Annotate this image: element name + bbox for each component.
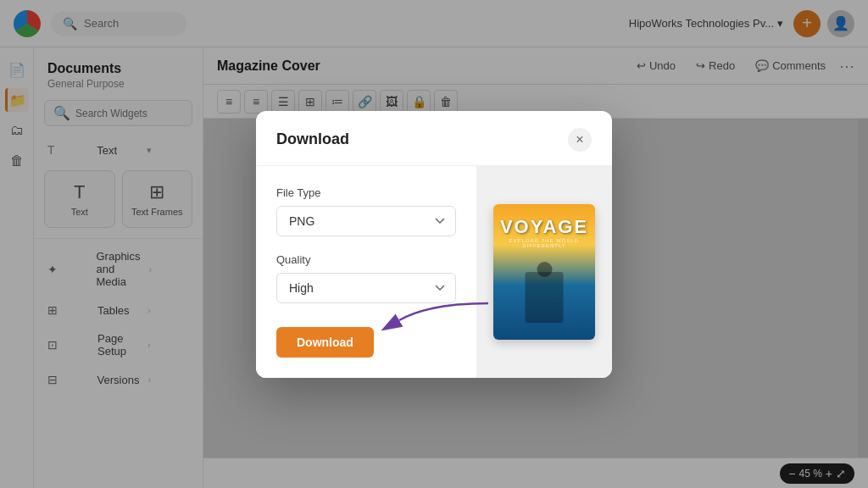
- quality-select[interactable]: Low Medium High: [276, 273, 456, 303]
- download-modal: Download × File Type PNG JPG PDF SVG Qua…: [256, 111, 612, 378]
- modal-overlay: Download × File Type PNG JPG PDF SVG Qua…: [0, 0, 868, 488]
- file-type-select[interactable]: PNG JPG PDF SVG: [276, 206, 456, 236]
- preview-subtitle: EXPLORE THE WORLD DIFFERENTLY: [500, 238, 588, 248]
- download-button[interactable]: Download: [276, 327, 374, 358]
- file-type-group: File Type PNG JPG PDF SVG: [276, 186, 456, 236]
- modal-form: File Type PNG JPG PDF SVG Quality Low Me…: [256, 166, 476, 378]
- modal-body: File Type PNG JPG PDF SVG Quality Low Me…: [256, 166, 612, 378]
- preview-title: VOYAGE: [500, 218, 588, 236]
- modal-close-button[interactable]: ×: [568, 128, 592, 152]
- modal-header: Download ×: [256, 111, 612, 166]
- quality-label: Quality: [276, 253, 456, 266]
- modal-preview: VOYAGE EXPLORE THE WORLD DIFFERENTLY: [476, 166, 612, 378]
- preview-figure: [526, 272, 564, 323]
- download-button-area: Download: [276, 320, 456, 358]
- file-type-label: File Type: [276, 186, 456, 199]
- quality-group: Quality Low Medium High: [276, 253, 456, 303]
- preview-card: VOYAGE EXPLORE THE WORLD DIFFERENTLY: [493, 204, 595, 340]
- modal-title: Download: [276, 130, 349, 148]
